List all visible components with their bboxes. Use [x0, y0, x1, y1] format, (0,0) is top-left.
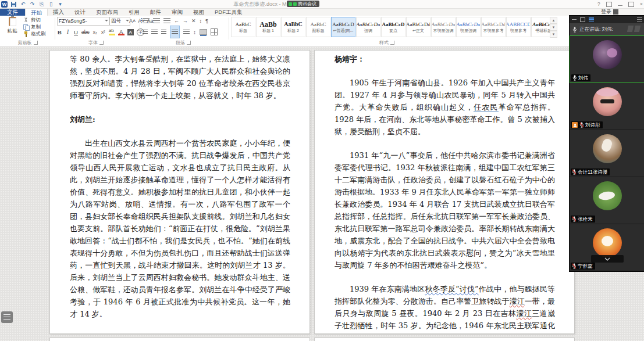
shading-icon[interactable]: [200, 29, 207, 35]
gallery-more-icon[interactable]: ▼: [550, 31, 557, 38]
tab-file[interactable]: 文件: [0, 8, 25, 16]
style-item-heading1[interactable]: AaBb标题 1: [256, 17, 280, 37]
format-painter-button[interactable]: 格式刷: [23, 31, 46, 38]
align-right-icon[interactable]: [161, 30, 166, 35]
style-item-normal-grid[interactable]: AaBbCcD↩普通(网...: [331, 17, 355, 37]
paste-button[interactable]: 粘贴: [3, 17, 21, 39]
style-item-body[interactable]: AaBbCcDd↩正文: [406, 17, 430, 37]
styles-dialog-launcher-icon[interactable]: [390, 41, 394, 45]
copy-button[interactable]: 复制: [23, 24, 41, 31]
collapse-panel-button[interactable]: [591, 255, 624, 263]
style-item-intense-reference[interactable]: AABBCCD明显参考: [506, 17, 531, 37]
cut-icon: [23, 17, 29, 23]
gallery-scroll-up-icon[interactable]: ▲: [550, 17, 557, 24]
style-item-intense-emphasis[interactable]: AaBbCcDa明显强调: [456, 17, 481, 37]
text-highlight-color-icon[interactable]: [109, 29, 115, 35]
avatar: [593, 87, 622, 116]
align-center-icon[interactable]: [151, 30, 158, 35]
clipboard-dialog-launcher-icon[interactable]: [34, 41, 38, 45]
font-dialog-launcher-icon[interactable]: [99, 41, 104, 45]
mic-icon: [572, 27, 577, 33]
mic-on-icon: [572, 75, 577, 81]
font-color-icon[interactable]: A: [118, 29, 124, 35]
multilevel-list-icon[interactable]: [163, 18, 170, 23]
tab-home[interactable]: 开始: [25, 8, 48, 16]
asian-layout-icon[interactable]: ✕: [191, 18, 196, 24]
borders-icon[interactable]: [211, 28, 218, 35]
styles-gallery-scroll: ▲ ▼ ▼: [550, 17, 557, 36]
participant-tile-liuwei[interactable]: 刘伟: [570, 35, 644, 83]
italic-button[interactable]: I: [65, 29, 70, 35]
panel-layout-icon[interactable]: [580, 17, 585, 22]
font-group-label: 字体: [88, 40, 98, 45]
styles-group: AaBbC标题 AaBb标题 1 AaBbC标题 2 AaBbC副标题 AaBb…: [231, 16, 563, 39]
distribute-icon[interactable]: [183, 30, 190, 35]
participant-tile-zhangshuanlai[interactable]: 张栓来: [570, 177, 644, 224]
tab-review[interactable]: 审阅: [166, 8, 188, 16]
tab-view[interactable]: 视图: [188, 8, 209, 16]
tab-mailings[interactable]: 邮件: [145, 8, 166, 16]
style-item-strong[interactable]: AaBbCcD要点: [381, 17, 405, 37]
close-icon[interactable]: ×: [640, 0, 643, 8]
panel-minimize-icon[interactable]: [572, 19, 577, 20]
ribbon: 粘贴 剪切 复制 格式刷 FZYaSongS- 四号: [0, 16, 644, 47]
format-painter-icon: [23, 31, 29, 37]
bold-button[interactable]: B: [57, 29, 62, 35]
subscript-button[interactable]: x₂: [92, 30, 98, 35]
tencent-meeting-badge[interactable]: 腾讯会议: [287, 1, 319, 7]
tab-insert[interactable]: 插入: [48, 8, 69, 16]
paragraph-group: ← → ✕ ↕ ¶ ↕: [143, 16, 227, 39]
page-2-content[interactable]: 杨靖宇： 1905 年生于河南省确山县。1926 年加入中国共产主义青年团。19…: [335, 53, 555, 331]
paragraph-dialog-launcher-icon[interactable]: [187, 41, 191, 45]
tab-references[interactable]: 引用: [123, 8, 145, 16]
style-item-subtitle[interactable]: AaBbC副标题: [306, 17, 330, 37]
panel-menu-icon[interactable]: [637, 17, 642, 21]
line-spacing-icon[interactable]: ↕: [193, 29, 196, 35]
decrease-indent-icon[interactable]: ←: [174, 18, 179, 24]
font-size-combobox[interactable]: 四号: [109, 17, 130, 26]
avatar: [593, 40, 622, 69]
page-2[interactable]: 杨靖宇： 1905 年生于河南省确山县。1926 年加入中国共产主义青年团。19…: [314, 50, 575, 334]
title-bar: W ↶ ↷ ⎘ ▯ ▾ 革命先烈事迹.docx - Microsoft Word…: [0, 0, 644, 9]
page-1-content[interactable]: 等 80 余人。李大钊备受酷刑，在监狱中，在法庭上，始终大义凛然，坚贞不屈。4 …: [70, 53, 290, 331]
superscript-button[interactable]: x²: [101, 30, 106, 35]
list-icon: [3, 314, 10, 320]
numbering-icon[interactable]: [153, 18, 160, 23]
name-tag: 会计11张诗漫: [571, 168, 610, 175]
participant-tile-liushitong[interactable]: 刘诗彤: [570, 83, 644, 130]
sort-icon[interactable]: ↕: [200, 18, 202, 24]
grow-font-button[interactable]: A˄: [129, 18, 136, 24]
help-icon[interactable]: ?: [597, 0, 600, 8]
document-workspace[interactable]: 等 80 余人。李大钊备受酷刑，在监狱中，在法庭上，始终大义凛然，坚贞不屈。4 …: [0, 46, 644, 341]
strikethrough-button[interactable]: abc: [81, 29, 90, 35]
minimize-icon[interactable]: [618, 5, 622, 6]
justify-active-box[interactable]: [170, 26, 180, 38]
font-name-combobox[interactable]: FZYaSongS-: [57, 17, 109, 26]
character-shading-icon[interactable]: A: [127, 29, 134, 35]
bullets-icon[interactable]: [143, 18, 150, 23]
style-item-title[interactable]: AaBbC标题: [231, 17, 255, 37]
style-item-subtle-reference[interactable]: AaBbCcDd不明显参考: [481, 17, 506, 37]
style-item-subtle-emphasis[interactable]: AaBbCcDa不明显强调: [431, 17, 456, 37]
gallery-scroll-down-icon[interactable]: ▼: [550, 24, 557, 31]
panel-listview-icon[interactable]: [589, 17, 594, 21]
font-group: FZYaSongS- 四号 A˄ A˅ Aa B I U abc x₂ x² A…: [57, 16, 138, 39]
tab-design[interactable]: 设计: [69, 8, 91, 16]
participant-tile-zhangshiman[interactable]: 会计11张诗漫: [570, 130, 644, 177]
increase-indent-icon[interactable]: →: [183, 18, 188, 24]
align-left-icon[interactable]: [143, 30, 148, 35]
participant-tile-ningshurui[interactable]: 宁舒蕊: [570, 224, 644, 271]
style-item-heading2[interactable]: AaBbC标题 2: [281, 17, 305, 37]
cut-button[interactable]: 剪切: [23, 17, 41, 24]
page-1[interactable]: 等 80 余人。李大钊备受酷刑，在监狱中，在法庭上，始终大义凛然，坚贞不屈。4 …: [49, 50, 310, 334]
restore-icon[interactable]: [628, 2, 634, 7]
floating-list-widget[interactable]: [1, 311, 13, 323]
show-marks-icon[interactable]: ¶: [205, 18, 208, 24]
ribbon-display-options-icon[interactable]: [606, 2, 612, 7]
style-item-emphasis[interactable]: AaBbCcDa强调: [356, 17, 380, 37]
tab-pdf-tools[interactable]: PDF工具集: [209, 8, 248, 16]
paragraph-group-label: 段落: [176, 40, 185, 45]
window-title: 革命先烈事迹.docx - Microsoft Word: [0, 0, 551, 8]
underline-button[interactable]: U: [73, 29, 79, 35]
tab-page-layout[interactable]: 页面布局: [91, 8, 123, 16]
